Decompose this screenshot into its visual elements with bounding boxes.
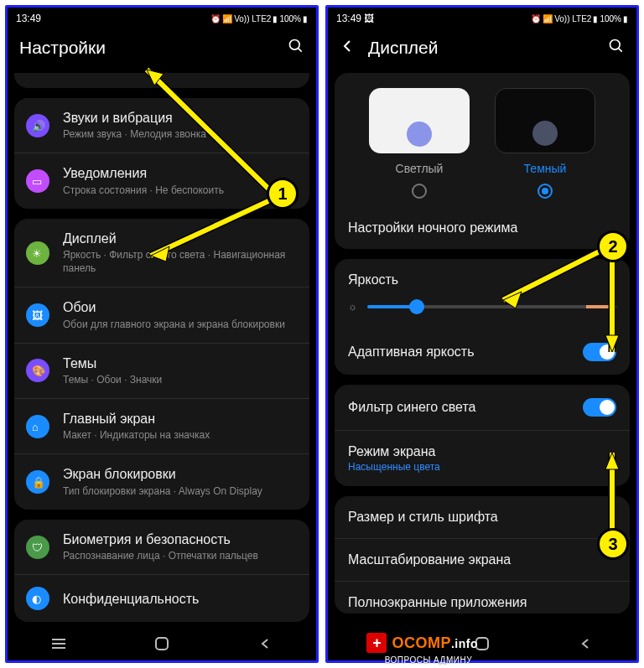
- svg-point-0: [290, 40, 300, 50]
- themes-icon: 🎨: [26, 359, 49, 382]
- brightness-label: Яркость: [348, 272, 616, 287]
- android-navbar: [8, 627, 316, 660]
- list-item-lockscreen[interactable]: 🔒 Экран блокировкиТип блокировки экрана …: [14, 454, 309, 509]
- list-item-notifications[interactable]: ▭ УведомленияСтрока состояния · Не беспо…: [14, 153, 309, 208]
- list-item-privacy[interactable]: ◐ Конфиденциальность: [14, 575, 309, 622]
- privacy-icon: ◐: [26, 587, 49, 610]
- net-label: Vo)) LTE2: [554, 14, 591, 23]
- radio-light[interactable]: [412, 184, 427, 199]
- screen-mode-row[interactable]: Режим экрана Насыщенные цвета: [335, 431, 630, 486]
- svg-line-7: [619, 49, 622, 52]
- back-icon[interactable]: [340, 39, 356, 58]
- wallpaper-icon: 🖼: [26, 303, 49, 327]
- battery-icon: ▮: [623, 14, 628, 23]
- status-icons: ⏰ 📶 Vo)) LTE2 ▮ 100% ▮: [531, 14, 628, 23]
- slider-thumb[interactable]: [409, 299, 424, 314]
- home-button[interactable]: [153, 634, 171, 653]
- status-time: 13:49 🖼: [336, 13, 374, 24]
- fullscreen-apps-row[interactable]: Полноэкранные приложения: [335, 582, 630, 614]
- sound-icon: 🔊: [26, 114, 49, 137]
- filter-section: Фильтр синего света Режим экрана Насыщен…: [335, 385, 630, 486]
- battery-icon: ▮: [303, 14, 308, 23]
- list-item-biometrics[interactable]: 🛡 Биометрия и безопасностьРаспознавание …: [14, 520, 309, 575]
- sun-icon: ☼: [348, 301, 357, 313]
- recents-button[interactable]: [49, 634, 68, 653]
- search-icon[interactable]: [288, 38, 304, 58]
- font-row[interactable]: Размер и стиль шрифта: [335, 496, 630, 539]
- bluefilter-toggle[interactable]: [583, 398, 616, 417]
- theme-preview-light: [369, 88, 470, 153]
- status-time: 13:49: [16, 13, 41, 24]
- header: Настройки: [8, 28, 316, 73]
- wifi-icon: 📶: [222, 14, 232, 23]
- alarm-icon: ⏰: [210, 14, 221, 23]
- blue-filter-row[interactable]: Фильтр синего света: [335, 385, 630, 431]
- adaptive-toggle[interactable]: [583, 343, 616, 361]
- svg-rect-11: [476, 638, 488, 650]
- theme-option-dark[interactable]: Темный: [491, 88, 600, 199]
- svg-rect-5: [156, 638, 168, 650]
- brightness-slider[interactable]: [367, 305, 616, 308]
- screenshot-display: 13:49 🖼 ⏰ 📶 Vo)) LTE2 ▮ 100% ▮ Дисплей С…: [325, 5, 639, 663]
- back-button[interactable]: [576, 634, 595, 653]
- signal-icon: ▮: [593, 14, 598, 23]
- settings-list[interactable]: 🔊 Звуки и вибрацияРежим звука · Мелодия …: [8, 98, 316, 622]
- night-mode-row[interactable]: Настройки ночного режима: [335, 207, 630, 249]
- display-settings[interactable]: Светлый Темный Настройки ночного режима …: [328, 73, 636, 614]
- page-title: Дисплей: [368, 38, 608, 58]
- svg-point-6: [610, 40, 621, 50]
- page-title: Настройки: [19, 38, 288, 58]
- battery-label: 100%: [279, 14, 301, 23]
- notification-icon: ▭: [26, 169, 49, 193]
- list-item-home[interactable]: ⌂ Главный экранМакет · Индикаторы на зна…: [14, 399, 309, 454]
- display-icon: ☀: [26, 241, 49, 265]
- list-item-sounds[interactable]: 🔊 Звуки и вибрацияРежим звука · Мелодия …: [14, 98, 309, 153]
- partial-previous-card: [14, 73, 309, 88]
- signal-icon: ▮: [273, 14, 278, 23]
- theme-section: Светлый Темный Настройки ночного режима: [335, 73, 630, 249]
- font-section: Размер и стиль шрифта Масштабирование эк…: [335, 496, 630, 614]
- adaptive-brightness-row[interactable]: Адаптивная яркость: [335, 329, 630, 375]
- back-button[interactable]: [256, 634, 274, 653]
- brightness-section: Яркость ☼ Адаптивная яркость: [335, 259, 630, 375]
- lock-icon: 🔒: [26, 470, 49, 494]
- list-item-display[interactable]: ☀ ДисплейЯркость · Фильтр синего света ·…: [14, 219, 309, 288]
- header: Дисплей: [328, 28, 636, 73]
- list-item-wallpaper[interactable]: 🖼 ОбоиОбои для главного экрана и экрана …: [14, 287, 309, 343]
- status-bar: 13:49 ⏰ 📶 Vo)) LTE2 ▮ 100% ▮: [8, 8, 316, 28]
- screenshot-settings: 13:49 ⏰ 📶 Vo)) LTE2 ▮ 100% ▮ Настройки 🔊…: [5, 5, 319, 663]
- android-navbar: [328, 627, 636, 660]
- security-icon: 🛡: [26, 536, 49, 559]
- zoom-row[interactable]: Масштабирование экрана: [335, 539, 630, 582]
- battery-label: 100%: [600, 14, 621, 23]
- home-button[interactable]: [473, 634, 491, 653]
- radio-dark[interactable]: [538, 184, 553, 199]
- list-item-themes[interactable]: 🎨 ТемыТемы · Обои · Значки: [14, 344, 309, 399]
- theme-option-light[interactable]: Светлый: [365, 88, 474, 199]
- status-icons: ⏰ 📶 Vo)) LTE2 ▮ 100% ▮: [210, 14, 308, 23]
- home-icon: ⌂: [26, 415, 49, 438]
- theme-preview-dark: [495, 88, 595, 153]
- search-icon[interactable]: [608, 38, 625, 58]
- wifi-icon: 📶: [543, 14, 553, 23]
- alarm-icon: ⏰: [531, 14, 541, 23]
- net-label: Vo)) LTE2: [234, 14, 271, 23]
- svg-line-1: [299, 49, 302, 52]
- status-bar: 13:49 🖼 ⏰ 📶 Vo)) LTE2 ▮ 100% ▮: [328, 8, 636, 28]
- recents-button[interactable]: [370, 634, 388, 653]
